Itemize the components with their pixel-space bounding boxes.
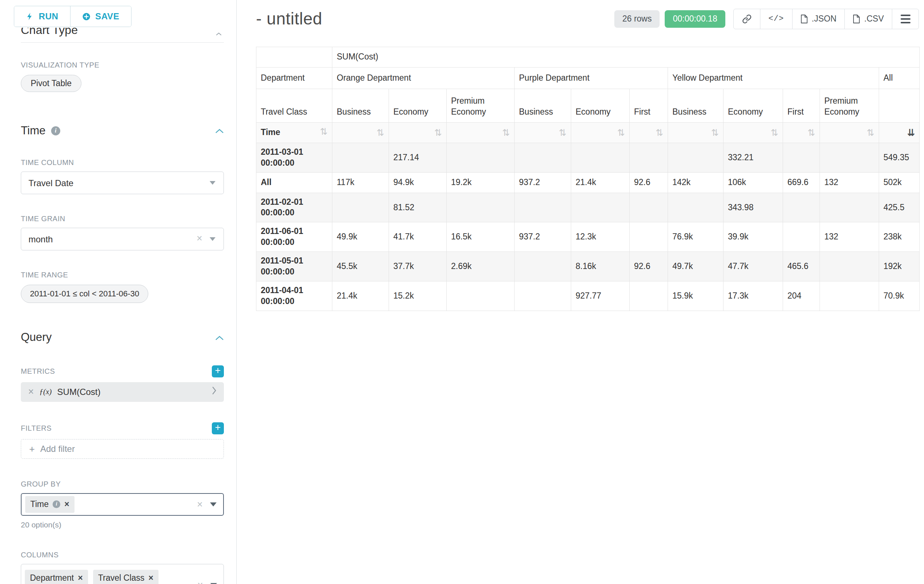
pivot-table: SUM(Cost)DepartmentOrange DepartmentPurp…: [256, 47, 920, 311]
chevron-up-icon[interactable]: [215, 125, 224, 136]
columns-chip[interactable]: Travel Class ×: [93, 570, 158, 584]
query-section-title: Query: [21, 330, 51, 345]
info-icon[interactable]: i: [51, 126, 60, 135]
query-section-header[interactable]: Query: [21, 330, 224, 345]
value-cell: [571, 193, 630, 222]
menu-button[interactable]: [892, 9, 919, 29]
time-section-header[interactable]: Time i: [21, 123, 224, 138]
sort-header-cell: ⇅: [723, 122, 783, 143]
run-save-button-group: RUN SAVE: [14, 6, 132, 27]
copy-link-button[interactable]: [733, 9, 761, 29]
chart-type-heading: Chart Type: [21, 28, 224, 38]
value-cell: 238k: [879, 222, 920, 252]
chart-header: - untitled 26 rows 00:00:00.18 </> .JSON…: [256, 8, 919, 30]
columns-chip[interactable]: Department ×: [25, 570, 88, 584]
clear-icon[interactable]: ×: [197, 580, 203, 584]
value-cell: [515, 252, 571, 281]
travel-class-header: Economy: [723, 89, 783, 122]
remove-chip-icon[interactable]: ×: [78, 574, 82, 582]
travel-class-axis-label: Travel Class: [256, 89, 332, 122]
sort-icon[interactable]: ⇅: [655, 128, 663, 137]
value-cell: 21.4k: [332, 281, 389, 311]
time-axis-cell: ⇅Time: [256, 122, 332, 143]
metrics-label-row: METRICS +: [21, 365, 224, 377]
travel-class-header: First: [783, 89, 820, 122]
clear-icon[interactable]: ×: [197, 499, 203, 509]
chevron-right-icon[interactable]: [212, 387, 216, 398]
value-cell: 937.2: [515, 222, 571, 252]
sort-icon[interactable]: ⇊: [907, 128, 915, 137]
group-by-label: GROUP BY: [21, 479, 224, 489]
file-icon: [800, 15, 808, 23]
info-icon[interactable]: i: [53, 500, 60, 508]
value-cell: [820, 281, 879, 311]
value-cell: 192k: [879, 252, 920, 281]
value-cell: 15.9k: [668, 281, 723, 311]
row-label: 2011-03-01 00:00:00: [256, 143, 332, 172]
sort-header-cell: ⇅: [571, 122, 630, 143]
sort-header-cell: ⇅: [783, 122, 820, 143]
group-by-select[interactable]: Time i × ×: [21, 493, 224, 516]
value-cell: 204: [783, 281, 820, 311]
visualization-type-pill[interactable]: Pivot Table: [21, 75, 81, 92]
add-filter-plus-button[interactable]: +: [212, 422, 224, 434]
group-by-chip[interactable]: Time i ×: [25, 496, 74, 513]
value-cell: 17.3k: [723, 281, 783, 311]
value-cell: 106k: [723, 172, 783, 193]
time-grain-select[interactable]: month ×: [21, 228, 224, 250]
sort-header-cell: ⇅: [630, 122, 668, 143]
chart-type-section-clipped: Chart Type: [21, 28, 224, 39]
travel-class-header: [879, 89, 920, 122]
chart-title[interactable]: - untitled: [256, 8, 322, 30]
query-timer-badge: 00:00:00.18: [665, 10, 725, 28]
time-column-label: TIME COLUMN: [21, 158, 224, 167]
time-grain-value: month: [28, 234, 53, 245]
section-divider: [21, 42, 224, 43]
select-controls: ×: [197, 499, 216, 509]
value-cell: 425.5: [879, 193, 920, 222]
time-column-select[interactable]: Travel Date: [21, 171, 224, 194]
hamburger-icon: [901, 15, 911, 23]
chart-panel: - untitled 26 rows 00:00:00.18 </> .JSON…: [237, 0, 924, 584]
add-filter-button[interactable]: + Add filter: [21, 439, 224, 459]
sort-icon[interactable]: ⇅: [711, 128, 719, 137]
chevron-down-icon: [210, 181, 216, 185]
metric-chip[interactable]: × ƒ(x) SUM(Cost): [21, 382, 224, 402]
sort-icon[interactable]: ⇅: [771, 128, 778, 137]
filters-label-row: FILTERS +: [21, 422, 224, 434]
sort-icon[interactable]: ⇅: [376, 128, 384, 137]
time-range-label: TIME RANGE: [21, 270, 224, 280]
sort-icon[interactable]: ⇅: [559, 128, 566, 137]
sort-header-cell: ⇅: [820, 122, 879, 143]
remove-chip-icon[interactable]: ×: [64, 500, 69, 508]
run-button[interactable]: RUN: [14, 6, 70, 26]
sort-icon[interactable]: ⇅: [502, 128, 510, 137]
download-csv-button[interactable]: .CSV: [845, 9, 892, 29]
sort-icon[interactable]: ⇅: [320, 127, 328, 136]
remove-metric-icon[interactable]: ×: [28, 387, 34, 397]
save-button[interactable]: SAVE: [70, 6, 131, 26]
chevron-up-icon[interactable]: [215, 332, 224, 343]
group-by-chip-label: Time: [30, 499, 49, 510]
sort-header-cell: ⇅: [668, 122, 723, 143]
sort-icon[interactable]: ⇅: [434, 128, 442, 137]
embed-code-button[interactable]: </>: [760, 9, 792, 29]
clear-icon[interactable]: ×: [196, 232, 202, 245]
download-json-button[interactable]: .JSON: [792, 9, 845, 29]
row-label: 2011-02-01 00:00:00: [256, 193, 332, 222]
sort-icon[interactable]: ⇅: [807, 128, 815, 137]
sort-icon[interactable]: ⇅: [867, 128, 874, 137]
value-cell: [783, 193, 820, 222]
travel-class-header: Business: [332, 89, 389, 122]
add-metric-button[interactable]: +: [212, 365, 224, 377]
value-cell: 94.9k: [389, 172, 447, 193]
remove-chip-icon[interactable]: ×: [148, 574, 153, 582]
export-button-group: </> .JSON .CSV: [733, 9, 919, 29]
value-cell: 117k: [332, 172, 389, 193]
chevron-up-icon[interactable]: [215, 28, 223, 39]
sort-icon[interactable]: ⇅: [617, 128, 625, 137]
time-range-pill[interactable]: 2011-01-01 ≤ col < 2011-06-30: [21, 285, 148, 303]
columns-select[interactable]: Department × Travel Class × ×: [21, 564, 224, 584]
control-panel: RUN SAVE Chart Type VISUALIZATION TYPE P…: [0, 0, 237, 584]
value-cell: [630, 281, 668, 311]
